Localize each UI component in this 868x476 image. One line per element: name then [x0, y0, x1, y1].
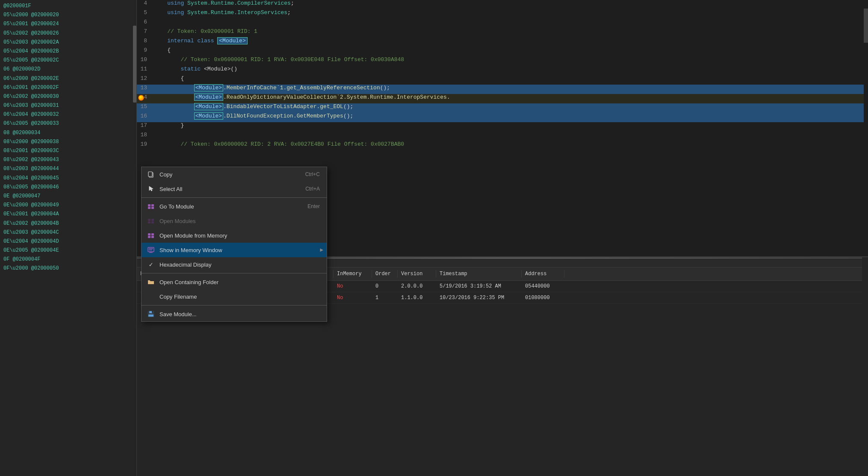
code-line-6: 6 — [137, 19, 868, 28]
menu-label: Show in Memory Window — [159, 247, 310, 253]
code-scrollbar-thumb[interactable] — [864, 9, 868, 43]
list-item[interactable]: 08\u2003 @02000044 — [0, 165, 136, 173]
menu-item-copy-filename[interactable]: Copy Filename — [142, 289, 327, 304]
svg-rect-18 — [148, 281, 154, 284]
menu-item-copy[interactable]: Copy Ctrl+C — [142, 167, 327, 182]
line-content: // Token: 0x06000002 RID: 2 RVA: 0x0027E… — [154, 141, 866, 147]
list-item[interactable]: 05\u2001 @02000024 — [0, 20, 136, 29]
code-line-12: 12 { — [137, 75, 868, 85]
list-item[interactable]: 06\u2004 @02000032 — [0, 110, 136, 119]
list-item[interactable]: 0E\u2001 @0200004A — [0, 210, 136, 219]
code-scrollbar[interactable] — [864, 0, 868, 256]
line-number: 15 — [139, 103, 154, 110]
cell-version-2: 1.1.0.0 — [398, 294, 436, 302]
list-item[interactable]: 06\u2001 @0200002F — [0, 83, 136, 92]
line-content: <Module>.BindableVectorToListAdapter.get… — [154, 103, 866, 110]
list-item[interactable]: 05\u2003 @0200002A — [0, 38, 136, 47]
menu-item-save-module[interactable]: Save Module... — [142, 307, 327, 321]
list-item[interactable]: 06\u2005 @02000033 — [0, 119, 136, 128]
menu-label: Open Modules — [159, 218, 310, 224]
line-content: <Module>.ReadOnlyDictionaryValueCollecti… — [154, 94, 866, 100]
list-item[interactable]: 0E\u2000 @02000049 — [0, 201, 136, 210]
menu-label: Copy — [159, 171, 295, 178]
menu-item-open-module-memory[interactable]: Open Module from Memory — [142, 228, 327, 243]
line-content: // Token: 0x02000001 RID: 1 — [154, 28, 866, 35]
module-dim-icon — [147, 217, 155, 225]
header-order: Order — [372, 270, 398, 278]
line-number: 4 — [139, 0, 154, 6]
list-item[interactable]: 05\u2000 @02000020 — [0, 11, 136, 20]
code-line-17: 17 } — [137, 122, 868, 132]
cell-timestamp-1: 5/19/2016 3:19:52 AM — [436, 282, 522, 290]
svg-rect-15 — [149, 248, 153, 249]
list-item[interactable]: 08\u2002 @02000043 — [0, 156, 136, 165]
line-number: 19 — [139, 141, 154, 147]
svg-rect-13 — [151, 236, 154, 238]
list-item[interactable]: 0E @02000047 — [0, 192, 136, 201]
menu-label: Copy Filename — [159, 294, 310, 300]
menu-item-hex-display[interactable]: ✓ Hexadecimal Display — [142, 257, 327, 272]
header-inmemory: InMemory — [334, 270, 372, 278]
code-line-11: 11 static <Module>() — [137, 66, 868, 75]
cell-inmemory-2: No — [334, 294, 372, 302]
save-icon — [147, 310, 155, 318]
list-item[interactable]: 0E\u2005 @0200004E — [0, 246, 136, 255]
line-number: 6 — [139, 19, 154, 25]
menu-item-show-memory-window[interactable]: Show in Memory Window ► — [142, 243, 327, 257]
list-item[interactable]: 0E\u2002 @0200004B — [0, 219, 136, 228]
menu-shortcut: Ctrl+A — [305, 186, 320, 192]
list-item[interactable]: 08\u2001 @0200003C — [0, 147, 136, 156]
code-line-7: 7 // Token: 0x02000001 RID: 1 — [137, 28, 868, 38]
line-content: using System.Runtime.InteropServices; — [154, 9, 866, 16]
list-item[interactable]: 08\u2000 @02000038 — [0, 138, 136, 147]
code-line-19: 19 // Token: 0x06000002 RID: 2 RVA: 0x00… — [137, 141, 868, 150]
module-memory-icon — [147, 231, 155, 240]
copy-filename-icon — [147, 292, 155, 301]
header-address: Address — [522, 270, 564, 278]
list-item[interactable]: 08\u2005 @02000046 — [0, 183, 136, 192]
svg-rect-22 — [152, 311, 153, 313]
line-content: // Token: 0x06000001 RID: 1 RVA: 0x0030E… — [154, 56, 866, 63]
line-content: { — [154, 75, 866, 82]
folder-icon — [147, 278, 155, 286]
list-item[interactable]: 06\u2000 @0200002E — [0, 74, 136, 83]
copy-icon — [147, 170, 155, 179]
memory-window-icon — [147, 246, 155, 254]
menu-item-open-modules[interactable]: Open Modules — [142, 214, 327, 228]
list-item[interactable]: 06 @0200002D — [0, 65, 136, 74]
code-line-15: 15 <Module>.BindableVectorToListAdapter.… — [137, 103, 868, 113]
cell-address-1: 05440000 — [522, 282, 564, 290]
menu-separator-2 — [142, 273, 327, 273]
code-line-14: 14 <Module>.ReadOnlyDictionaryValueColle… — [137, 94, 868, 103]
line-content: internal class <Module> — [154, 38, 866, 44]
scrollbar-track — [133, 0, 136, 476]
list-item[interactable]: 0E\u2003 @0200004C — [0, 228, 136, 237]
list-item[interactable]: 08\u2004 @02000045 — [0, 174, 136, 183]
list-item[interactable]: 0F\u2000 @02000050 — [0, 264, 136, 273]
list-item[interactable]: 06\u2003 @02000031 — [0, 101, 136, 110]
token-list-panel: @0200001F 05\u2000 @02000020 05\u2001 @0… — [0, 0, 137, 476]
svg-rect-12 — [148, 236, 151, 238]
line-content: <Module>.DllNotFoundException.GetMemberT… — [154, 113, 866, 119]
menu-item-select-all[interactable]: Select All Ctrl+A — [142, 182, 327, 196]
svg-rect-8 — [148, 221, 151, 223]
svg-rect-10 — [148, 233, 151, 235]
list-item[interactable]: 06\u2002 @02000030 — [0, 92, 136, 101]
list-item[interactable]: 08 @02000034 — [0, 129, 136, 138]
list-item[interactable]: 0E\u2004 @0200004D — [0, 237, 136, 246]
submenu-arrow-icon: ► — [320, 247, 323, 253]
cell-order-2: 1 — [372, 294, 398, 302]
scrollbar-thumb[interactable] — [133, 26, 136, 103]
list-item[interactable]: 05\u2005 @0200002C — [0, 56, 136, 65]
menu-shortcut: Ctrl+C — [305, 171, 320, 177]
list-item[interactable]: 05\u2004 @0200002B — [0, 47, 136, 56]
list-item[interactable]: 0F @0200004F — [0, 255, 136, 264]
list-item[interactable]: @0200001F — [0, 2, 136, 11]
line-number: 16 — [139, 113, 154, 119]
menu-item-open-folder[interactable]: Open Containing Folder — [142, 275, 327, 289]
bottom-scrollbar[interactable] — [862, 257, 868, 476]
menu-item-go-to-module[interactable]: Go To Module Enter — [142, 199, 327, 214]
cursor-icon — [147, 185, 155, 193]
svg-rect-7 — [151, 219, 154, 221]
list-item[interactable]: 05\u2002 @02000026 — [0, 29, 136, 38]
